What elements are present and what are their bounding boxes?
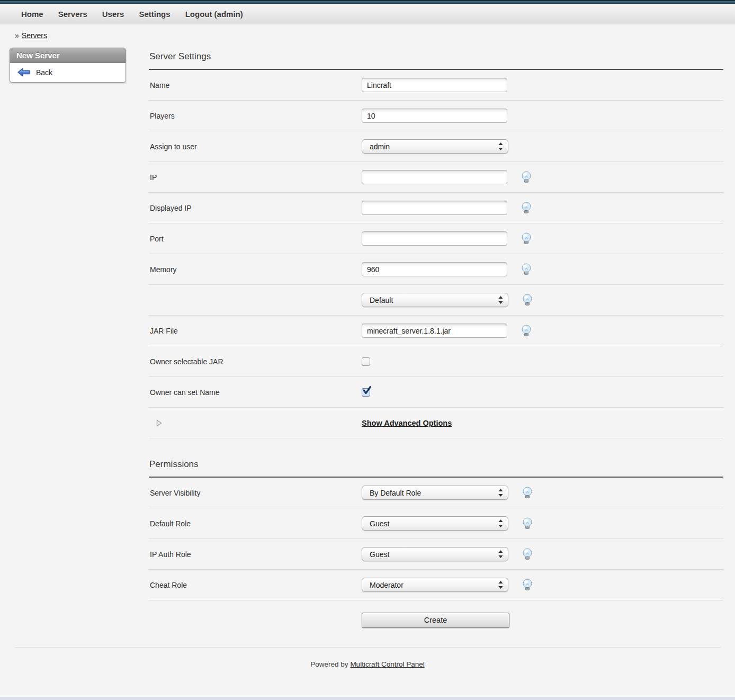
sidebar-title: New Server — [10, 48, 126, 63]
ip-auth-role-label: IP Auth Role — [149, 550, 362, 559]
ip-auth-role-select[interactable]: Guest — [362, 547, 508, 561]
select-stepper-icon — [498, 142, 503, 150]
ip-row: IP — [149, 162, 723, 193]
cheat-role-value: Moderator — [370, 581, 404, 589]
cheat-role-row: Cheat Role Moderator — [149, 570, 723, 600]
nav-users[interactable]: Users — [95, 10, 132, 19]
ip-auth-role-row: IP Auth Role Guest — [149, 539, 723, 570]
footer-text: Powered by — [310, 660, 348, 668]
select-stepper-icon — [498, 519, 503, 527]
nav-logout[interactable]: Logout (admin) — [178, 10, 250, 19]
nav-home[interactable]: Home — [14, 10, 51, 19]
owner-selectable-jar-row: Owner selectable JAR — [149, 346, 723, 377]
jar-file-input[interactable] — [362, 324, 507, 338]
players-row: Players — [149, 101, 723, 131]
owner-selectable-jar-label: Owner selectable JAR — [149, 357, 362, 366]
cheat-role-label: Cheat Role — [149, 581, 362, 589]
displayed-ip-label: Displayed IP — [149, 204, 362, 212]
ip-auth-role-hint-lightbulb-icon[interactable] — [522, 548, 533, 561]
multicraft-link[interactable]: Multicraft Control Panel — [350, 660, 424, 668]
jar-file-hint-lightbulb-icon[interactable] — [521, 325, 532, 337]
top-accent-bar — [0, 0, 735, 4]
footer: Powered by Multicraft Control Panel — [0, 648, 735, 674]
players-input[interactable] — [362, 109, 507, 123]
breadcrumb: »Servers — [0, 24, 735, 44]
ip-auth-role-value: Guest — [370, 550, 389, 559]
port-label: Port — [149, 235, 362, 243]
expander-triangle-icon[interactable] — [156, 419, 162, 429]
default-role-select[interactable]: Guest — [362, 516, 508, 531]
server-visibility-hint-lightbulb-icon[interactable] — [522, 487, 533, 499]
port-row: Port — [149, 223, 723, 254]
players-label: Players — [149, 112, 362, 120]
memory-label: Memory — [149, 265, 362, 274]
default-role-hint-lightbulb-icon[interactable] — [522, 517, 533, 530]
nav-settings[interactable]: Settings — [131, 10, 177, 19]
permissions-heading: Permissions — [149, 452, 723, 478]
main-content: Server Settings Name Players Assign to u… — [149, 44, 723, 638]
owner-can-set-name-label: Owner can set Name — [149, 388, 362, 397]
owner-can-set-name-row: Owner can set Name — [149, 377, 723, 408]
select-stepper-icon — [498, 489, 503, 497]
owner-can-set-name-checkbox[interactable] — [362, 388, 370, 397]
displayed-ip-row: Displayed IP — [149, 193, 723, 223]
show-advanced-options-link[interactable]: Show Advanced Options — [362, 419, 452, 427]
memory-preset-hint-lightbulb-icon[interactable] — [522, 294, 533, 307]
nav-servers[interactable]: Servers — [51, 10, 95, 19]
server-visibility-row: Server Visibility By Default Role — [149, 478, 723, 508]
owner-selectable-jar-checkbox[interactable] — [362, 357, 370, 366]
memory-preset-value: Default — [370, 296, 393, 304]
memory-preset-select[interactable]: Default — [362, 293, 508, 307]
jar-file-row: JAR File — [149, 316, 723, 346]
create-button[interactable]: Create — [362, 613, 509, 628]
ip-hint-lightbulb-icon[interactable] — [521, 171, 532, 184]
displayed-ip-input[interactable] — [362, 201, 507, 215]
breadcrumb-servers-link[interactable]: Servers — [22, 31, 47, 40]
bottom-accent-bar — [0, 697, 735, 700]
port-input[interactable] — [362, 231, 507, 246]
assign-to-user-value: admin — [370, 142, 390, 151]
assign-to-user-label: Assign to user — [149, 142, 362, 151]
main-navbar: Home Servers Users Settings Logout (admi… — [0, 4, 735, 24]
displayed-ip-hint-lightbulb-icon[interactable] — [521, 202, 532, 214]
assign-to-user-select[interactable]: admin — [362, 139, 508, 154]
select-stepper-icon — [498, 296, 503, 304]
memory-preset-row: Default — [149, 285, 723, 316]
permissions-form: Server Visibility By Default Role Defaul… — [149, 478, 723, 638]
name-input[interactable] — [362, 78, 507, 92]
ip-input[interactable] — [362, 170, 507, 184]
memory-row: Memory — [149, 254, 723, 285]
name-label: Name — [149, 81, 362, 89]
jar-file-label: JAR File — [149, 327, 362, 335]
assign-to-user-row: Assign to user admin — [149, 131, 723, 162]
back-arrow-icon — [17, 68, 30, 77]
cheat-role-hint-lightbulb-icon[interactable] — [522, 579, 533, 591]
memory-hint-lightbulb-icon[interactable] — [521, 263, 532, 276]
server-visibility-value: By Default Role — [370, 489, 421, 497]
select-stepper-icon — [498, 581, 503, 589]
name-row: Name — [149, 70, 723, 101]
default-role-label: Default Role — [149, 519, 362, 528]
default-role-row: Default Role Guest — [149, 508, 723, 539]
sidebar-panel: New Server Back — [10, 48, 126, 83]
port-hint-lightbulb-icon[interactable] — [521, 232, 532, 245]
cheat-role-select[interactable]: Moderator — [362, 578, 508, 592]
memory-input[interactable] — [362, 262, 507, 276]
server-settings-heading: Server Settings — [149, 44, 723, 70]
server-settings-form: Name Players Assign to user admin — [149, 70, 723, 438]
server-visibility-label: Server Visibility — [149, 489, 362, 497]
ip-label: IP — [149, 173, 362, 182]
advanced-options-row: Show Advanced Options — [149, 408, 723, 438]
breadcrumb-symbol: » — [15, 31, 19, 40]
default-role-value: Guest — [370, 519, 389, 528]
back-label: Back — [36, 68, 52, 77]
create-row: Create — [149, 600, 723, 638]
select-stepper-icon — [498, 550, 503, 558]
back-button[interactable]: Back — [10, 63, 126, 82]
server-visibility-select[interactable]: By Default Role — [362, 486, 508, 500]
